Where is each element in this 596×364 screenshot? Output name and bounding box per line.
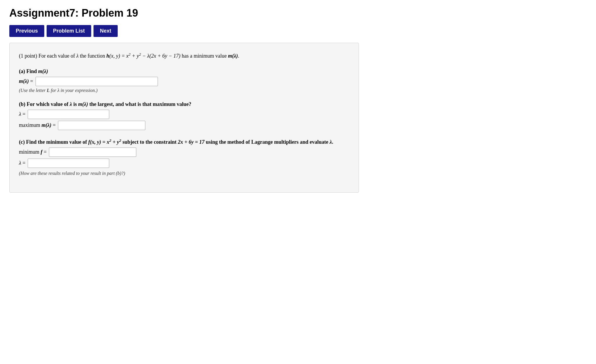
problem-list-button[interactable]: Problem List xyxy=(47,25,91,37)
problem-container: (1 point) For each value of λ the functi… xyxy=(9,43,359,193)
next-button[interactable]: Next xyxy=(94,25,118,37)
points-label: (1 point) xyxy=(19,53,37,59)
part-c-lambda-input[interactable] xyxy=(28,159,109,168)
part-b-lambda-row: λ = xyxy=(19,110,349,119)
navigation-buttons: Previous Problem List Next xyxy=(9,25,587,37)
part-b-lambda-label: λ = xyxy=(19,111,25,117)
part-a: (a) Find m(λ) m(λ) = (Use the letter L f… xyxy=(19,68,349,93)
part-c: (c) Find the minimum value of f(x, y) = … xyxy=(19,138,349,176)
part-a-input[interactable] xyxy=(36,77,158,86)
part-c-lambda-row: λ = xyxy=(19,159,349,168)
part-c-min-input[interactable] xyxy=(49,148,136,157)
part-b-lambda-input[interactable] xyxy=(28,110,109,119)
part-b-max-row: maximum m(λ) = xyxy=(19,121,349,130)
problem-intro: (1 point) For each value of λ the functi… xyxy=(19,51,349,60)
part-c-min-label: minimum f = xyxy=(19,149,47,155)
part-b-label: (b) For which value of λ is m(λ) the lar… xyxy=(19,101,349,107)
part-a-input-row: m(λ) = xyxy=(19,77,349,86)
part-c-note: (How are these results related to your r… xyxy=(19,171,349,176)
page-title: Assignment7: Problem 19 xyxy=(9,7,587,19)
part-b: (b) For which value of λ is m(λ) the lar… xyxy=(19,101,349,130)
part-c-lambda-label: λ = xyxy=(19,160,25,166)
part-a-hint: (Use the letter L for λ in your expressi… xyxy=(19,88,349,93)
part-a-input-label: m(λ) = xyxy=(19,78,33,84)
part-c-min-row: minimum f = xyxy=(19,148,349,157)
previous-button[interactable]: Previous xyxy=(9,25,44,37)
part-a-label: (a) Find m(λ) xyxy=(19,68,349,74)
part-b-max-label: maximum m(λ) = xyxy=(19,122,56,128)
part-c-label: (c) Find the minimum value of f(x, y) = … xyxy=(19,138,349,145)
part-b-max-input[interactable] xyxy=(58,121,145,130)
